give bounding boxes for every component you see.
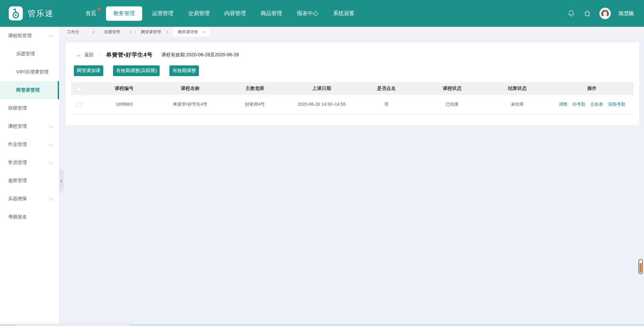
cell-teacher: 好老师4号 [219, 95, 290, 114]
sidebar-item-label: 网管课管理 [16, 87, 40, 93]
collapse-chevron-icon: ‹ [61, 178, 62, 183]
col-course-id: 课程编号 [87, 82, 161, 95]
row-checkbox[interactable] [77, 102, 82, 107]
sidebar-collapse-handle[interactable]: ‹ [59, 168, 64, 194]
cell-course-status: 已结束 [420, 95, 484, 114]
nav-item-label: 系统设置 [333, 10, 355, 16]
sidebar-item-label: VIP/乐理课管理 [16, 69, 48, 75]
adjust-validity-button[interactable]: 有效期调整 [169, 65, 199, 76]
brand-logo-icon [9, 6, 23, 20]
page-title: 单簧管•好学生4号 [106, 51, 153, 59]
horizontal-scrollbar[interactable] [0, 324, 644, 326]
back-arrow-icon: ← [76, 52, 82, 58]
action-buttons-row: 网管课加课 有效期调整(高权限) 有效期调整 [66, 59, 639, 76]
col-settle-status: 结算状态 [484, 82, 550, 95]
close-icon[interactable]: × [166, 30, 168, 34]
nav-item-label: 首页 [86, 10, 96, 16]
course-table: 课程编号 课程名称 主教老师 上课日期 是否点名 课程状态 结算状态 操作 [71, 82, 634, 114]
sidebar-item-label: 考级报名 [8, 214, 27, 220]
back-label: 返回 [84, 52, 94, 58]
top-navbar: 管乐迷 首页 教务管理 运营管理 交易管理 内容管理 商品管理 报表中心 [0, 0, 644, 27]
course-validity-text: 课程有效期:2020-06-28至2020-06-28 [161, 52, 239, 58]
adjust-validity-high-privilege-button[interactable]: 有效期调整(高权限) [113, 65, 160, 76]
tab-label: 网管课详情 [178, 29, 198, 35]
notification-dot [98, 7, 101, 10]
sidebar-item-course-group-mgmt[interactable]: 课程组管理 [0, 27, 59, 45]
main-content: ← 返回 单簧管•好学生4号 课程有效期:2020-06-28至2020-06-… [59, 37, 644, 324]
scroll-indicator-fill [640, 263, 642, 273]
add-online-course-button[interactable]: 网管课加课 [74, 65, 103, 76]
sidebar-item-orchestra-mgmt[interactable]: 乐团管理 [0, 45, 59, 63]
col-course-status: 课程状态 [420, 82, 484, 95]
sidebar-item-class-mgmt[interactable]: 班级管理 [0, 99, 59, 117]
back-button[interactable]: ← 返回 [76, 52, 94, 58]
sidebar-item-instrument-maintenance[interactable]: 乐器维保 [0, 190, 59, 208]
chevron-up-icon [49, 35, 53, 39]
sidebar-item-student-mgmt[interactable]: 学员管理 [0, 154, 59, 172]
tab-orchestra-mgmt[interactable]: 乐团管理 × [99, 27, 136, 37]
nav-item-academic[interactable]: 教务管理 [106, 6, 142, 21]
select-all-cell [71, 82, 87, 95]
cell-operations: 调整 补考勤 点名表 清除考勤 [550, 95, 634, 114]
tab-online-course-mgmt[interactable]: 网管课管理 × [136, 27, 172, 37]
roll-call-sheet-link[interactable]: 点名表 [590, 101, 603, 107]
main-menu: 首页 教务管理 运营管理 交易管理 内容管理 商品管理 报表中心 系统设置 [80, 6, 360, 21]
nav-item-content[interactable]: 内容管理 [219, 6, 251, 21]
tab-workbench[interactable]: 工作台 × [62, 27, 99, 37]
nav-item-label: 运营管理 [152, 10, 173, 16]
sidebar: 课程组管理 乐团管理 VIP/乐理课管理 网管课管理 班级管理 课程管理 作业管… [0, 27, 59, 324]
sidebar-item-teacher-mgmt[interactable]: 老师管理 [0, 172, 59, 190]
tab-label: 网管课管理 [141, 29, 161, 35]
nav-item-products[interactable]: 商品管理 [256, 6, 287, 21]
sidebar-item-label: 乐器维保 [8, 196, 27, 202]
clear-attendance-link[interactable]: 清除考勤 [608, 101, 625, 107]
bell-icon[interactable] [567, 9, 575, 17]
navbar-right-group: 陈慧颖 [567, 8, 634, 19]
sidebar-item-label: 老师管理 [8, 178, 27, 184]
select-all-checkbox[interactable] [77, 87, 82, 91]
page-scroll-indicator[interactable] [638, 259, 643, 274]
header-divider [100, 52, 100, 58]
nav-item-reports[interactable]: 报表中心 [292, 6, 323, 21]
nav-item-label: 商品管理 [261, 10, 282, 16]
sidebar-item-label: 课程组管理 [8, 33, 32, 39]
nav-item-operations[interactable]: 运营管理 [147, 6, 178, 21]
sidebar-item-label: 课程管理 [8, 123, 27, 129]
col-teacher: 主教老师 [219, 82, 290, 95]
nav-item-home[interactable]: 首页 [80, 6, 101, 21]
app-window: 管乐迷 首页 教务管理 运营管理 交易管理 内容管理 商品管理 报表中心 [0, 0, 644, 326]
chevron-down-icon [49, 142, 53, 146]
table-header-row: 课程编号 课程名称 主教老师 上课日期 是否点名 课程状态 结算状态 操作 [71, 82, 634, 95]
adjust-link[interactable]: 调整 [559, 101, 568, 107]
table-row: 1809983 单簧管•好学生4号 好老师4号 2020-06-28 14:30… [71, 95, 634, 114]
close-icon[interactable]: × [129, 30, 131, 34]
nav-item-settings[interactable]: 系统设置 [328, 6, 360, 21]
tab-label: 工作台 [67, 29, 79, 35]
nav-item-transactions[interactable]: 交易管理 [183, 6, 215, 21]
sidebar-item-online-course-mgmt[interactable]: 网管课管理 [0, 81, 59, 99]
chevron-down-icon [49, 196, 53, 201]
sidebar-item-label: 作业管理 [8, 142, 27, 148]
user-name[interactable]: 陈慧颖 [619, 10, 634, 17]
sidebar-item-exam-registration[interactable]: 考级报名 [0, 208, 59, 226]
tab-label: 乐团管理 [104, 29, 120, 35]
brand-name: 管乐迷 [28, 8, 54, 19]
nav-item-label: 内容管理 [224, 10, 246, 16]
home-icon[interactable] [583, 9, 591, 17]
sidebar-item-course-mgmt[interactable]: 课程管理 [0, 117, 59, 135]
detail-header: ← 返回 单簧管•好学生4号 课程有效期:2020-06-28至2020-06-… [66, 42, 639, 59]
tab-online-course-detail[interactable]: 网管课详情 × [172, 27, 209, 37]
course-detail-card: ← 返回 单簧管•好学生4号 课程有效期:2020-06-28至2020-06-… [66, 42, 639, 125]
cell-course-id: 1809983 [87, 95, 161, 114]
avatar[interactable] [599, 8, 611, 19]
close-icon[interactable]: × [203, 30, 205, 34]
horizontal-scrollbar-thumb[interactable] [15, 324, 131, 326]
sidebar-item-homework-mgmt[interactable]: 作业管理 [0, 135, 59, 154]
col-date: 上课日期 [290, 82, 353, 95]
close-icon[interactable]: × [92, 30, 95, 34]
col-operations: 操作 [550, 82, 634, 95]
nav-item-label: 报表中心 [297, 10, 318, 16]
cell-course-name: 单簧管•好学生4号 [161, 95, 219, 114]
sidebar-item-vip-theory-mgmt[interactable]: VIP/乐理课管理 [0, 63, 59, 81]
makeup-attendance-link[interactable]: 补考勤 [572, 101, 585, 107]
